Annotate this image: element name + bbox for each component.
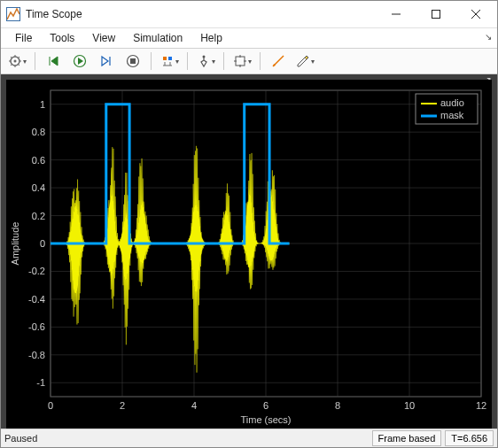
- svg-text:-0.2: -0.2: [28, 266, 45, 276]
- highlight-button[interactable]: ▾: [157, 50, 182, 72]
- close-button[interactable]: [455, 1, 495, 27]
- svg-text:1: 1: [40, 99, 45, 110]
- svg-text:0: 0: [40, 238, 45, 249]
- svg-text:2: 2: [120, 400, 125, 411]
- annotate-button[interactable]: ▾: [292, 50, 317, 72]
- app-logo-icon: [6, 7, 20, 21]
- svg-text:-1: -1: [36, 377, 45, 388]
- chart-area: ↗ 024681012-1-0.8-0.6-0.4-0.200.20.40.60…: [1, 74, 497, 429]
- svg-text:10: 10: [404, 400, 415, 411]
- menubar: File Tools View Simulation Help ↘: [1, 28, 497, 48]
- svg-point-4: [13, 60, 16, 63]
- svg-text:-0.4: -0.4: [28, 294, 45, 305]
- menu-file[interactable]: File: [6, 30, 41, 46]
- menu-tools[interactable]: Tools: [41, 30, 83, 46]
- svg-text:-0.6: -0.6: [28, 321, 45, 332]
- svg-text:-0.8: -0.8: [28, 350, 45, 360]
- step-back-button[interactable]: [41, 50, 66, 72]
- svg-text:4: 4: [191, 400, 197, 411]
- stop-button[interactable]: [121, 50, 145, 72]
- svg-text:0: 0: [48, 400, 53, 411]
- measure-button[interactable]: [266, 50, 291, 72]
- svg-rect-11: [236, 57, 245, 66]
- menu-help[interactable]: Help: [191, 30, 231, 46]
- svg-rect-9: [168, 57, 172, 60]
- titlebar: Time Scope: [1, 1, 497, 28]
- maximize-button[interactable]: [416, 1, 455, 27]
- trigger-button[interactable]: ▾: [193, 50, 218, 72]
- autoscale-button[interactable]: ▾: [230, 50, 254, 72]
- svg-text:0.2: 0.2: [32, 211, 45, 221]
- status-left: Paused: [4, 433, 37, 444]
- status-time: T=6.656: [445, 430, 494, 446]
- svg-text:12: 12: [476, 400, 486, 411]
- minimize-button[interactable]: [376, 1, 416, 27]
- svg-text:mask: mask: [440, 110, 464, 120]
- time-scope-chart[interactable]: 024681012-1-0.8-0.6-0.4-0.200.20.40.60.8…: [6, 80, 492, 429]
- svg-rect-8: [163, 57, 167, 60]
- status-mode: Frame based: [372, 430, 442, 446]
- svg-rect-2: [432, 11, 440, 19]
- svg-text:Time (secs): Time (secs): [240, 414, 291, 425]
- window-title: Time Scope: [26, 8, 82, 20]
- configure-button[interactable]: ▾: [4, 50, 29, 72]
- menu-simulation[interactable]: Simulation: [124, 30, 191, 46]
- svg-text:8: 8: [335, 400, 340, 411]
- menu-view[interactable]: View: [83, 30, 124, 46]
- svg-text:0.4: 0.4: [32, 182, 45, 193]
- toolbar: ▾ ▾ ▾ ▾: [1, 48, 497, 74]
- svg-text:6: 6: [263, 400, 268, 411]
- svg-text:0.8: 0.8: [32, 127, 45, 137]
- svg-text:0.6: 0.6: [32, 155, 45, 166]
- svg-point-10: [202, 56, 205, 58]
- step-forward-button[interactable]: [94, 50, 119, 72]
- svg-text:Amplitude: Amplitude: [10, 222, 20, 266]
- svg-rect-7: [130, 58, 136, 64]
- undock-icon[interactable]: ↘: [485, 32, 492, 42]
- svg-text:audio: audio: [440, 97, 464, 108]
- statusbar: Paused Frame based T=6.656: [1, 429, 497, 447]
- run-button[interactable]: [67, 50, 92, 72]
